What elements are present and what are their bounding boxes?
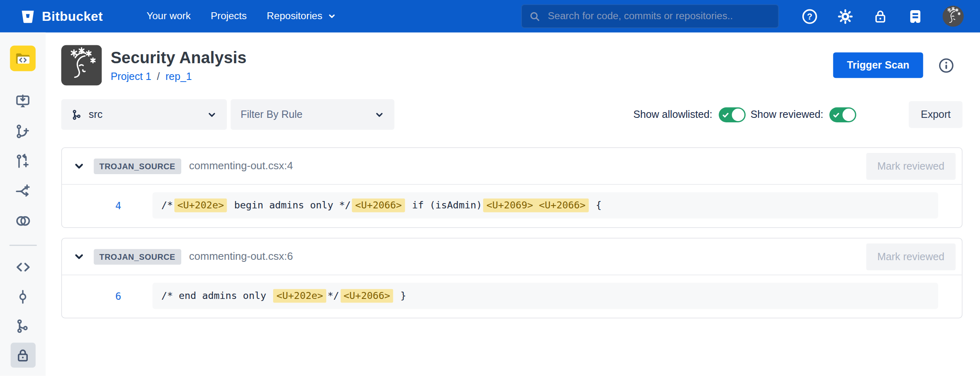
- chevron-down-icon: [374, 110, 384, 119]
- trigger-scan-button[interactable]: Trigger Scan: [833, 53, 923, 78]
- top-nav: Bitbucket Your work Projects Repositorie…: [0, 0, 980, 33]
- main-content: Security Analysis Project 1 / rep_1 Trig…: [46, 33, 980, 376]
- nav-your-work-label: Your work: [147, 11, 191, 22]
- page-header: Security Analysis Project 1 / rep_1 Trig…: [61, 45, 962, 85]
- code-token: begin admins only */: [228, 200, 351, 211]
- nav-repositories[interactable]: Repositories: [267, 11, 336, 22]
- breadcrumb-project-link[interactable]: Project 1: [111, 71, 151, 82]
- sidebar-clone-button[interactable]: [10, 88, 35, 113]
- search-icon: [529, 10, 540, 22]
- export-button[interactable]: Export: [909, 101, 962, 128]
- toggle-cluster: Show allowlisted: Show reviewed: Export: [633, 101, 962, 128]
- create-pull-request-icon: [15, 153, 31, 169]
- svg-text:?: ?: [807, 11, 812, 21]
- check-icon: [722, 111, 730, 119]
- bitbucket-logo-icon: [20, 9, 36, 24]
- search-box[interactable]: [521, 4, 779, 28]
- finding-card-header: TROJAN_SOURCE commenting-out.csx:6 Mark …: [62, 239, 962, 275]
- sidebar-security-button[interactable]: [10, 343, 35, 367]
- repository-avatar-image: [61, 45, 102, 85]
- header-actions: Trigger Scan: [833, 53, 962, 78]
- bitbucket-logo[interactable]: Bitbucket: [20, 9, 103, 24]
- sidebar-fork-button[interactable]: [10, 179, 35, 203]
- nav-actions: ?: [801, 6, 964, 27]
- code-token: /* end admins only: [161, 290, 272, 302]
- collapse-chevron-icon[interactable]: [71, 159, 86, 174]
- unicode-codepoint-token: <U+2066>: [341, 289, 394, 303]
- chevron-down-icon: [207, 110, 217, 119]
- nav-your-work[interactable]: Your work: [147, 11, 191, 22]
- rule-filter-label: Filter By Rule: [241, 108, 303, 120]
- page-title-block: Security Analysis Project 1 / rep_1: [111, 48, 247, 82]
- check-icon: [833, 111, 841, 119]
- toggle-knob: [843, 108, 855, 121]
- user-avatar[interactable]: [942, 6, 964, 27]
- mark-reviewed-button[interactable]: Mark reviewed: [866, 243, 956, 270]
- settings-gear-icon[interactable]: [837, 8, 853, 24]
- unicode-codepoint-token: <U+202e>: [273, 289, 326, 303]
- primary-nav: Your work Projects Repositories: [147, 11, 336, 22]
- code-token: */: [327, 290, 339, 302]
- breadcrumb-repo-link[interactable]: rep_1: [165, 71, 192, 82]
- show-reviewed-label: Show reviewed:: [751, 108, 823, 120]
- rule-badge: TROJAN_SOURCE: [94, 249, 181, 264]
- commits-icon: [15, 289, 31, 304]
- mark-reviewed-button[interactable]: Mark reviewed: [866, 153, 956, 179]
- help-icon[interactable]: ?: [801, 8, 818, 24]
- nav-projects[interactable]: Projects: [211, 11, 247, 22]
- fork-icon: [15, 183, 31, 199]
- create-branch-icon: [15, 123, 31, 139]
- sidebar-branches-button[interactable]: [10, 313, 35, 338]
- finding-card: TROJAN_SOURCE commenting-out.csx:4 Mark …: [61, 147, 962, 228]
- unicode-codepoint-token: <U+2066>: [352, 199, 405, 212]
- repo-folder-icon: [14, 50, 31, 66]
- code-token: }: [394, 290, 406, 302]
- sidebar-group-actions: [10, 88, 35, 233]
- finding-card: TROJAN_SOURCE commenting-out.csx:6 Mark …: [61, 238, 962, 318]
- code-line: /* end admins only <U+202e>*/<U+2066> }: [152, 283, 938, 309]
- info-icon[interactable]: [938, 57, 954, 73]
- sidebar-source-button[interactable]: [10, 254, 35, 279]
- sidebar-create-pull-request-button[interactable]: [10, 148, 35, 173]
- filter-toolbar: src Filter By Rule Show allowlisted:: [61, 99, 962, 130]
- finding-card-body: 6 /* end admins only <U+202e>*/<U+2066> …: [62, 274, 962, 318]
- line-number: 4: [62, 199, 153, 211]
- clone-icon: [15, 93, 31, 109]
- branches-icon: [15, 318, 31, 334]
- lock-icon[interactable]: [873, 9, 888, 24]
- breadcrumb: Project 1 / rep_1: [111, 71, 247, 82]
- nav-projects-label: Projects: [211, 11, 247, 22]
- show-allowlisted-toggle[interactable]: [719, 107, 746, 122]
- code-token: if (isAdmin): [406, 200, 482, 211]
- nav-repositories-label: Repositories: [267, 11, 322, 22]
- sidebar-commits-button[interactable]: [10, 284, 35, 309]
- branch-icon: [71, 109, 82, 120]
- sidebar-compare-button[interactable]: [10, 208, 35, 233]
- line-number: 6: [62, 290, 153, 302]
- sidebar-divider: [9, 245, 36, 246]
- search-input[interactable]: [546, 10, 771, 22]
- toggle-knob: [732, 108, 744, 121]
- compare-icon: [15, 213, 31, 229]
- sidebar-group-navigation: [10, 254, 35, 367]
- code-token: {: [590, 200, 602, 211]
- rule-filter-dropdown[interactable]: Filter By Rule: [231, 99, 394, 130]
- page-shell: Security Analysis Project 1 / rep_1 Trig…: [0, 33, 980, 376]
- show-reviewed-toggle[interactable]: [830, 107, 857, 122]
- finding-location: commenting-out.csx:6: [189, 250, 293, 263]
- finding-card-body: 4 /*<U+202e> begin admins only */<U+2066…: [62, 184, 962, 228]
- finding-card-header: TROJAN_SOURCE commenting-out.csx:4 Mark …: [62, 148, 962, 184]
- branch-selector-dropdown[interactable]: src: [61, 99, 227, 130]
- finding-location: commenting-out.csx:4: [189, 160, 293, 173]
- brand-name: Bitbucket: [42, 9, 103, 24]
- code-line: /*<U+202e> begin admins only */<U+2066> …: [152, 192, 938, 218]
- sidebar-repository-avatar[interactable]: [10, 46, 36, 71]
- chevron-down-icon: [327, 12, 336, 20]
- page-title: Security Analysis: [111, 48, 247, 67]
- source-code-icon: [15, 259, 31, 275]
- collapse-chevron-icon[interactable]: [71, 249, 86, 264]
- changelog-icon[interactable]: [907, 8, 924, 24]
- security-lock-icon: [15, 347, 31, 363]
- code-token: /*: [161, 200, 173, 211]
- sidebar-create-branch-button[interactable]: [10, 119, 35, 144]
